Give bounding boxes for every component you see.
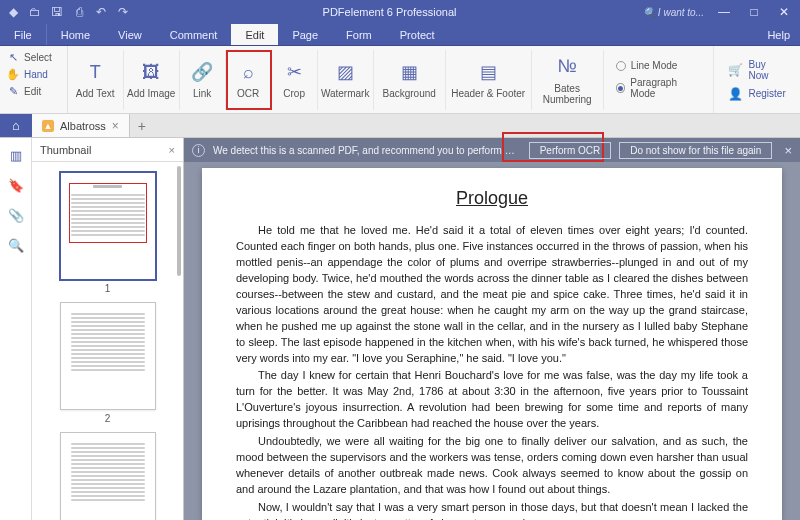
radio-line-mode[interactable]: Line Mode bbox=[616, 60, 702, 71]
hand-icon: ✋ bbox=[6, 67, 20, 81]
attachments-icon[interactable]: 📎 bbox=[7, 206, 25, 224]
cart-icon: 🛒 bbox=[728, 63, 743, 77]
cursor-icon: ↖ bbox=[6, 50, 20, 64]
menu-comment[interactable]: Comment bbox=[156, 24, 232, 45]
doc-tabstrip: ⌂ ▲ Albatross × + bbox=[0, 114, 800, 138]
menu-file[interactable]: File bbox=[0, 24, 47, 45]
tab-add-button[interactable]: + bbox=[130, 114, 154, 137]
thumbnail-page-3[interactable]: 3 bbox=[60, 432, 156, 520]
user-icon: 👤 bbox=[728, 87, 743, 101]
radio-paragraph-mode[interactable]: Paragraph Mode bbox=[616, 77, 702, 99]
thumbnail-list[interactable]: 1 2 3 bbox=[32, 162, 183, 520]
bates-icon: № bbox=[555, 55, 579, 79]
register-link[interactable]: 👤Register bbox=[728, 87, 786, 101]
ocr-notification-bar: i We detect this is a scanned PDF, and r… bbox=[184, 138, 800, 162]
menu-page[interactable]: Page bbox=[278, 24, 332, 45]
ribbon-bates[interactable]: №Bates Numbering bbox=[532, 50, 604, 110]
ribbon-crop[interactable]: ✂Crop bbox=[272, 50, 318, 110]
watermark-icon: ▨ bbox=[333, 60, 357, 84]
menu-form[interactable]: Form bbox=[332, 24, 386, 45]
ribbon-header-footer[interactable]: ▤Header & Footer bbox=[446, 50, 532, 110]
maximize-button[interactable]: □ bbox=[744, 2, 764, 22]
text-icon: T bbox=[83, 60, 107, 84]
tab-close-icon[interactable]: × bbox=[112, 119, 119, 133]
ribbon-background[interactable]: ▦Background bbox=[374, 50, 446, 110]
header-footer-icon: ▤ bbox=[476, 60, 500, 84]
ribbon-add-text[interactable]: TAdd Text bbox=[68, 50, 124, 110]
menu-view[interactable]: View bbox=[104, 24, 156, 45]
ocr-icon: ⌕ bbox=[236, 60, 260, 84]
workspace: ▥ 🔖 📎 🔍 Thumbnail × 1 2 3 i bbox=[0, 138, 800, 520]
search-panel-icon[interactable]: 🔍 bbox=[7, 236, 25, 254]
pdf-badge-icon: ▲ bbox=[42, 120, 54, 132]
thumbnail-scrollbar[interactable] bbox=[177, 166, 181, 276]
undo-icon[interactable]: ↶ bbox=[92, 3, 110, 21]
content-area: i We detect this is a scanned PDF, and r… bbox=[184, 138, 800, 520]
thumbnail-title: Thumbnail bbox=[40, 144, 91, 156]
redo-icon[interactable]: ↷ bbox=[114, 3, 132, 21]
ribbon-ocr[interactable]: ⌕OCR bbox=[226, 50, 272, 110]
link-icon: 🔗 bbox=[190, 60, 214, 84]
siderail: ▥ 🔖 📎 🔍 bbox=[0, 138, 32, 520]
tool-hand[interactable]: ✋Hand bbox=[6, 67, 61, 81]
menubar: File Home View Comment Edit Page Form Pr… bbox=[0, 24, 800, 46]
ribbon-tools: ↖Select ✋Hand ✎Edit bbox=[0, 46, 68, 113]
tabstrip-home[interactable]: ⌂ bbox=[0, 114, 32, 137]
edit-mode-group: Line Mode Paragraph Mode bbox=[604, 46, 715, 113]
doc-paragraph: The day I knew for certain that Henri Bo… bbox=[236, 368, 748, 432]
ribbon-link[interactable]: 🔗Link bbox=[180, 50, 226, 110]
search-hint[interactable]: 🔍 I want to... bbox=[643, 7, 704, 18]
doc-paragraph: Now, I wouldn't say that I was a very sm… bbox=[236, 500, 748, 520]
tool-select[interactable]: ↖Select bbox=[6, 50, 61, 64]
tool-edit[interactable]: ✎Edit bbox=[6, 84, 61, 98]
thumbnail-panel: Thumbnail × 1 2 3 bbox=[32, 138, 184, 520]
ribbon: ↖Select ✋Hand ✎Edit TAdd Text 🖼Add Image… bbox=[0, 46, 800, 114]
pencil-icon: ✎ bbox=[6, 84, 20, 98]
doc-heading: Prologue bbox=[236, 188, 748, 209]
app-icon: ◆ bbox=[4, 3, 22, 21]
document-page: Prologue He told me that he loved me. He… bbox=[202, 168, 782, 520]
menu-protect[interactable]: Protect bbox=[386, 24, 449, 45]
doc-paragraph: Undoubtedly, we were all waiting for the… bbox=[236, 434, 748, 498]
page-viewport[interactable]: Prologue He told me that he loved me. He… bbox=[184, 162, 800, 520]
crop-icon: ✂ bbox=[282, 60, 306, 84]
close-button[interactable]: ✕ bbox=[774, 2, 794, 22]
titlebar: ◆ 🗀 🖫 ⎙ ↶ ↷ PDFelement 6 Professional 🔍 … bbox=[0, 0, 800, 24]
save-icon[interactable]: 🖫 bbox=[48, 3, 66, 21]
ocr-message: We detect this is a scanned PDF, and rec… bbox=[213, 145, 521, 156]
radio-icon bbox=[616, 83, 626, 93]
thumbnail-close-icon[interactable]: × bbox=[169, 144, 175, 156]
doc-paragraph: He told me that he loved me. He'd said i… bbox=[236, 223, 748, 366]
ribbon-add-image[interactable]: 🖼Add Image bbox=[124, 50, 180, 110]
buy-now-link[interactable]: 🛒Buy Now bbox=[728, 59, 786, 81]
doc-tab-name: Albatross bbox=[60, 120, 106, 132]
menu-home[interactable]: Home bbox=[47, 24, 104, 45]
perform-ocr-button[interactable]: Perform OCR bbox=[529, 142, 612, 159]
radio-icon bbox=[616, 61, 626, 71]
print-icon[interactable]: ⎙ bbox=[70, 3, 88, 21]
window-title: PDFelement 6 Professional bbox=[136, 6, 643, 18]
open-icon[interactable]: 🗀 bbox=[26, 3, 44, 21]
menu-edit[interactable]: Edit bbox=[231, 24, 278, 45]
image-icon: 🖼 bbox=[139, 60, 163, 84]
ribbon-right-links: 🛒Buy Now 👤Register bbox=[714, 46, 800, 113]
dismiss-ocr-button[interactable]: Do not show for this file again bbox=[619, 142, 772, 159]
info-icon: i bbox=[192, 144, 205, 157]
thumbnails-icon[interactable]: ▥ bbox=[7, 146, 25, 164]
doc-tab[interactable]: ▲ Albatross × bbox=[32, 114, 130, 137]
thumbnail-page-2[interactable]: 2 bbox=[60, 302, 156, 424]
background-icon: ▦ bbox=[397, 60, 421, 84]
menu-help[interactable]: Help bbox=[757, 24, 800, 45]
bookmarks-icon[interactable]: 🔖 bbox=[7, 176, 25, 194]
thumbnail-page-1[interactable]: 1 bbox=[60, 172, 156, 294]
ribbon-watermark[interactable]: ▨Watermark bbox=[318, 50, 374, 110]
minimize-button[interactable]: — bbox=[714, 2, 734, 22]
ocr-bar-close-icon[interactable]: × bbox=[784, 143, 792, 158]
